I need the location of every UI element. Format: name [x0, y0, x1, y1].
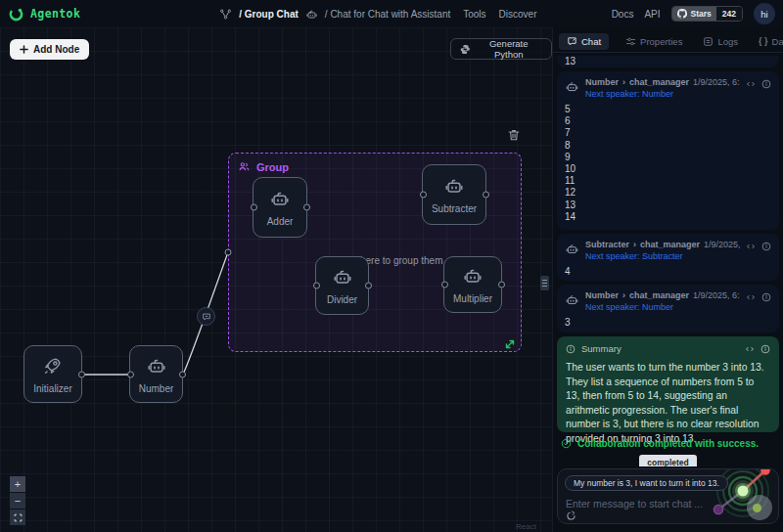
message-target: chat_manager — [640, 240, 700, 249]
info-icon[interactable] — [761, 292, 771, 302]
message-content: 5 6 7 8 9 10 11 12 13 14 — [565, 104, 771, 223]
breadcrumb-project[interactable]: / Group Chat — [239, 9, 299, 20]
tab-data[interactable]: { } Data — [755, 33, 783, 50]
flow-canvas[interactable]: Add Node Generate Python Group here to g… — [0, 27, 552, 532]
top-navbar: Agentok / Group Chat / Chat for Chat wit… — [0, 0, 783, 27]
chat-message: Number › chat_manager 1/9/2025, 6:36:41 … — [557, 71, 779, 230]
info-icon[interactable] — [761, 242, 771, 251]
agentok-logo-icon[interactable] — [8, 6, 24, 22]
app-root: Agentok / Group Chat / Chat for Chat wit… — [0, 0, 783, 532]
zoom-out-button[interactable]: − — [10, 493, 25, 509]
code-icon[interactable] — [745, 344, 755, 354]
node-divider[interactable]: Divider — [315, 256, 369, 315]
badge-row: completed — [557, 455, 779, 466]
canvas-controls: + − — [10, 476, 25, 525]
stars-count: 242 — [716, 7, 742, 21]
message-timestamp: 1/9/2025, 6:36:4... — [704, 240, 740, 249]
panel-resize-handle[interactable] — [540, 276, 549, 290]
nav-discover[interactable]: Discover — [499, 9, 537, 20]
panel-tabs: Chat Properties Logs { } Data — [553, 27, 783, 51]
robot-icon — [146, 355, 167, 377]
message-timestamp: 1/9/2025, 6:36:47... — [693, 290, 740, 300]
message-sender: Number — [585, 77, 619, 87]
navbar-right: Docs API Stars 242 hi — [612, 3, 775, 24]
sliders-icon — [625, 36, 636, 47]
chat-bubble-icon — [202, 312, 211, 322]
generate-python-label: Generate Python — [475, 38, 542, 60]
tab-properties[interactable]: Properties — [622, 33, 686, 50]
node-subtracter[interactable]: Subtracter — [422, 164, 486, 225]
tab-chat[interactable]: Chat — [559, 33, 609, 50]
info-icon[interactable] — [761, 79, 771, 89]
info-icon[interactable] — [760, 344, 770, 354]
code-icon[interactable] — [746, 242, 756, 251]
trash-icon[interactable] — [507, 128, 521, 142]
summary-title: Summary — [581, 343, 622, 354]
refresh-icon[interactable] — [566, 508, 576, 518]
group-label: Group — [256, 161, 289, 173]
message-sender: Number — [585, 290, 619, 300]
add-node-button[interactable]: Add Node — [10, 39, 89, 60]
node-multiplier[interactable]: Multiplier — [443, 256, 502, 313]
chat-message-list[interactable]: 13 Number › chat_manager 1/9/2025, 6:36:… — [557, 56, 779, 466]
code-icon[interactable] — [746, 292, 756, 302]
message-timestamp: 1/9/2025, 6:36:41 PM — [693, 77, 740, 87]
brand-name[interactable]: Agentok — [30, 7, 80, 21]
tab-logs[interactable]: Logs — [699, 33, 742, 50]
message-content: 3 — [565, 317, 771, 329]
users-icon — [238, 160, 251, 173]
robot-avatar-icon — [565, 79, 579, 94]
separator: › — [622, 290, 625, 300]
robot-icon — [443, 175, 465, 197]
message-input[interactable] — [566, 496, 703, 511]
fit-view-icon — [14, 513, 23, 522]
stars-label: Stars — [691, 9, 712, 19]
zoom-in-button[interactable]: + — [10, 476, 25, 492]
message-target: chat_manager — [629, 290, 689, 300]
nav-docs[interactable]: Docs — [612, 9, 634, 20]
node-adder[interactable]: Adder — [253, 177, 307, 238]
node-label: Number — [139, 383, 174, 394]
node-label: Multiplier — [453, 293, 492, 304]
suggestion-chip[interactable]: My number is 3, I want to turn it into 1… — [565, 475, 728, 491]
chat-message: Number › chat_manager 1/9/2025, 6:36:47.… — [557, 285, 779, 332]
robot-icon — [332, 266, 353, 288]
collaboration-status: Collaboration completed with success. — [557, 436, 779, 451]
robot-avatar-icon — [565, 292, 579, 307]
reactflow-attribution: React Flow — [516, 522, 552, 532]
user-avatar[interactable]: hi — [754, 3, 775, 24]
group-header: Group — [238, 160, 289, 173]
braces-icon: { } — [759, 36, 768, 46]
node-number[interactable]: Number — [129, 345, 183, 403]
group-resize-handle[interactable] — [504, 336, 516, 348]
info-icon — [566, 344, 576, 354]
generate-python-button[interactable]: Generate Python — [450, 38, 552, 60]
robot-icon — [462, 265, 484, 287]
chat-input-box[interactable]: My number is 3, I want to turn it into 1… — [557, 468, 779, 524]
separator: › — [622, 77, 625, 87]
fit-view-button[interactable] — [10, 510, 25, 525]
nav-api[interactable]: API — [644, 9, 660, 20]
plus-icon — [20, 45, 28, 54]
node-label: Subtracter — [432, 203, 477, 214]
status-text: Collaboration completed with success. — [577, 438, 759, 449]
status-badge: completed — [639, 455, 697, 466]
message-target: chat_manager — [629, 77, 689, 87]
nav-tools[interactable]: Tools — [463, 9, 485, 20]
code-icon[interactable] — [746, 79, 756, 89]
send-button[interactable] — [747, 495, 772, 520]
separator: › — [633, 240, 636, 249]
node-label: Adder — [267, 216, 294, 227]
send-icon — [753, 504, 761, 512]
next-speaker: Next speaker: Number — [585, 302, 740, 312]
github-stars-badge[interactable]: Stars 242 — [671, 6, 743, 22]
edge-chat-button[interactable] — [197, 307, 215, 326]
node-label: Initializer — [33, 383, 71, 394]
node-initializer[interactable]: Initializer — [23, 345, 82, 403]
breadcrumb-chat[interactable]: / Chat for Chat with Assistant — [325, 9, 450, 20]
chat-message: Subtracter › chat_manager 1/9/2025, 6:36… — [557, 234, 779, 281]
check-circle-icon — [561, 438, 572, 449]
robot-avatar-icon — [565, 242, 579, 256]
chat-tab-icon — [567, 36, 577, 47]
message-sender: Subtracter — [585, 240, 629, 249]
